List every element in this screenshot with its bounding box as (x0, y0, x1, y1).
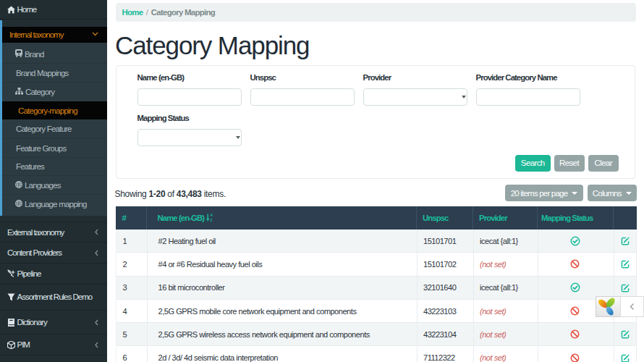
svg-text:Z: Z (211, 219, 213, 222)
svg-text:A: A (211, 214, 213, 217)
